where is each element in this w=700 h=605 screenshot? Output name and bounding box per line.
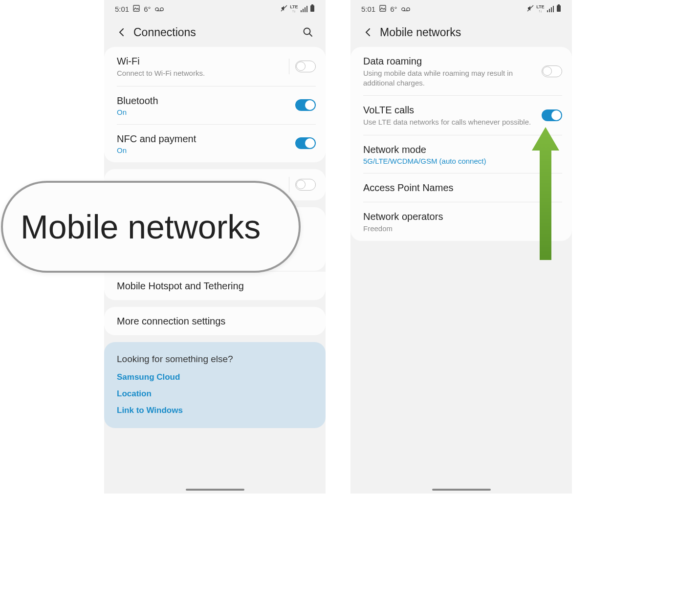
- page-title: Mobile networks: [380, 26, 563, 39]
- svg-rect-5: [311, 4, 313, 5]
- status-left: 5:01 6°: [361, 5, 410, 13]
- link-location[interactable]: Location: [117, 389, 313, 399]
- svg-rect-14: [558, 4, 560, 5]
- svg-rect-9: [380, 5, 386, 11]
- svg-line-8: [309, 34, 312, 36]
- svg-point-11: [406, 7, 409, 10]
- svg-point-1: [155, 7, 158, 10]
- status-temp: 6°: [144, 5, 151, 13]
- card-hotspot-bottom: Mobile Hotspot and Tethering: [104, 272, 326, 300]
- flight-toggle[interactable]: [295, 179, 316, 191]
- callout-mobile-networks: Mobile networks: [1, 181, 301, 273]
- search-button[interactable]: [299, 23, 317, 41]
- looking-title: Looking for something else?: [117, 354, 313, 365]
- image-icon: [379, 5, 386, 13]
- page-title: Connections: [133, 26, 299, 39]
- callout-text: Mobile networks: [21, 208, 261, 246]
- svg-rect-15: [557, 5, 561, 12]
- battery-icon: [310, 4, 315, 13]
- status-right: LTE↑↓: [527, 4, 561, 13]
- link-link-to-windows[interactable]: Link to Windows: [117, 406, 313, 415]
- divider: [289, 59, 289, 74]
- status-bar: 5:01 6° LTE↑↓: [350, 0, 572, 18]
- status-right: LTE↑↓: [281, 4, 315, 13]
- svg-rect-0: [133, 5, 139, 11]
- row-hotspot[interactable]: Mobile Hotspot and Tethering: [104, 272, 326, 300]
- status-bar: 5:01 6° LTE↑↓: [104, 0, 326, 18]
- nav-handle[interactable]: [432, 489, 491, 491]
- row-title: Bluetooth: [117, 94, 295, 107]
- row-title: NFC and payment: [117, 132, 295, 145]
- card-looking-for: Looking for something else? Samsung Clou…: [104, 342, 326, 428]
- svg-point-10: [401, 7, 404, 10]
- mute-icon: [281, 5, 287, 13]
- row-sub: On: [117, 146, 295, 154]
- image-icon: [133, 5, 140, 13]
- voicemail-icon: [401, 5, 410, 13]
- annotation-arrow: [532, 127, 559, 260]
- row-sub: On: [117, 108, 295, 116]
- divider: [289, 177, 289, 193]
- row-bluetooth[interactable]: Bluetooth On: [104, 86, 326, 124]
- row-title: More connection settings: [117, 315, 316, 327]
- row-sub: Using mobile data while roaming may resu…: [363, 68, 537, 87]
- row-nfc[interactable]: NFC and payment On: [104, 125, 326, 162]
- card-network-toggles: Wi-Fi Connect to Wi-Fi networks. Bluetoo…: [104, 47, 326, 162]
- row-title: Mobile Hotspot and Tethering: [117, 280, 316, 292]
- signal-icon: [301, 6, 308, 12]
- wifi-toggle[interactable]: [295, 61, 316, 72]
- battery-icon: [556, 4, 561, 13]
- row-title: VoLTE calls: [363, 104, 537, 116]
- mute-icon: [527, 5, 534, 13]
- row-sub: Use LTE data networks for calls whenever…: [363, 117, 537, 127]
- row-data-roaming[interactable]: Data roaming Using mobile data while roa…: [350, 47, 572, 95]
- status-left: 5:01 6°: [115, 5, 164, 13]
- svg-point-2: [160, 7, 163, 10]
- row-wifi[interactable]: Wi-Fi Connect to Wi-Fi networks.: [104, 47, 326, 86]
- status-time: 5:01: [361, 5, 375, 13]
- voicemail-icon: [155, 5, 164, 13]
- bluetooth-toggle[interactable]: [295, 99, 316, 111]
- volte-toggle[interactable]: [542, 109, 562, 121]
- lte-icon: LTE↑↓: [290, 5, 298, 13]
- nfc-toggle[interactable]: [295, 137, 316, 149]
- back-button[interactable]: [359, 23, 377, 41]
- card-more: More connection settings: [104, 307, 326, 335]
- signal-icon: [547, 6, 554, 12]
- back-button[interactable]: [113, 23, 131, 41]
- row-title: Data roaming: [363, 55, 537, 67]
- status-time: 5:01: [115, 5, 129, 13]
- nav-handle[interactable]: [186, 489, 244, 491]
- row-title: Wi-Fi: [117, 55, 285, 67]
- status-temp: 6°: [390, 5, 397, 13]
- roaming-toggle[interactable]: [542, 65, 562, 77]
- svg-rect-6: [310, 5, 314, 12]
- header: Mobile networks: [350, 18, 572, 47]
- row-more-settings[interactable]: More connection settings: [104, 307, 326, 335]
- row-sub: Connect to Wi-Fi networks.: [117, 68, 285, 78]
- lte-icon: LTE↑↓: [536, 5, 544, 13]
- link-samsung-cloud[interactable]: Samsung Cloud: [117, 372, 313, 382]
- header: Connections: [104, 18, 326, 47]
